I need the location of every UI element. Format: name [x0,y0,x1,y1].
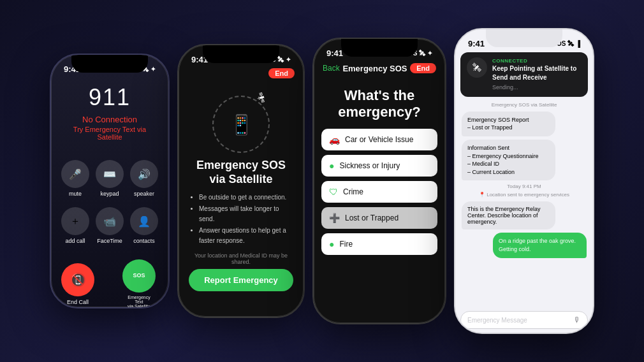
facetime-label: FaceTime [97,238,122,244]
chat-area: Emergency SOS via Satellite Emergency SO… [455,102,593,307]
sos-button-label: EmergencyTextvia Satellite [120,295,158,307]
satellite-footer: Your location and Medical ID may be shar… [189,252,293,265]
option-crime-label: Crime [343,187,363,196]
phone-chat: 9:41 SOS 🛰 ▐ 🛰 CONNECTED Keep Pointing a… [454,28,594,334]
connected-title: Keep Pointing at Satellite to Send and R… [492,64,582,82]
contacts-icon: 👤 [130,207,158,235]
satellite-dot-icon: 🛰 [467,57,487,78]
message-input-bar[interactable]: Emergency Message 🎙 [460,311,588,329]
keypad-button[interactable]: ⌨️ keypad [96,160,124,197]
satellite-screen: 📱 🛰 Emergency SOS via Satellite Be outsi… [179,81,304,298]
fire-icon: ● [329,239,334,249]
call-bottom-row: 📵 End Call SOS EmergencyTextvia Satellit… [51,250,168,307]
contacts-label: contacts [133,238,155,244]
report-emergency-button[interactable]: Report Emergency [189,269,293,291]
status-time-3: 9:41 [326,48,343,58]
option-fire-label: Fire [339,240,353,249]
facetime-icon: 📹 [96,207,124,235]
end-button-2[interactable]: End [268,68,295,78]
emergency-sos-button[interactable]: SOS EmergencyTextvia Satellite [120,259,158,307]
bubble-info-sent: Information Sent – Emergency Questionnai… [462,140,555,180]
option-sickness-label: Sickness or Injury [339,161,400,170]
notch [71,55,148,73]
call-number: 911 [61,84,158,111]
end-call-label: End Call [67,299,89,305]
time-label-1: Today 9:41 PM [462,184,587,189]
car-icon: 🚗 [329,134,340,145]
notch-4 [486,29,562,47]
option-sickness[interactable]: ● Sickness or Injury [321,155,437,177]
emergency-header-title: Emergency SOS [342,64,407,73]
location-sent-label: 📍 Location sent to emergency services [462,192,587,198]
call-controls-row2: ＋ add call 📹 FaceTime 👤 contacts [51,205,168,247]
keypad-label: keypad [100,191,119,197]
connected-banner: 🛰 CONNECTED Keep Pointing at Satellite t… [460,52,588,97]
bullet-2: Messages will take longer to send. [199,204,291,224]
message-input[interactable]: Emergency Message [467,317,569,324]
phone-satellite-intro: 9:41 SOS 🛰 ✦ End 📱 🛰 Emergency SOS via S… [177,44,305,318]
status-time-4: 9:41 [468,39,485,48]
keypad-icon: ⌨️ [96,160,124,188]
call-controls-row1: 🎤 mute ⌨️ keypad 🔊 speaker [51,152,168,205]
sending-text: Sending... [492,83,582,92]
contacts-button[interactable]: 👤 contacts [130,207,158,244]
sos-icon: SOS [122,259,156,293]
end-call-button[interactable]: 📵 End Call [61,263,94,305]
phone-call-screen: 9:41 SOS 🛰 ✦ 911 No Connection Try Emerg… [50,54,170,308]
satellite-illustration: 📱 🛰 [209,92,273,156]
phone-emergency-type: 9:41 SOS 🛰 ✦ Back Emergency SOS End What… [312,38,446,324]
bubble-sos-report: Emergency SOS Report – Lost or Trapped [462,112,555,136]
add-call-label: add call [65,238,85,244]
add-call-icon: ＋ [61,207,89,235]
end-button-3[interactable]: End [410,63,436,73]
speaker-icon: 🔊 [130,160,158,188]
add-call-button[interactable]: ＋ add call [61,207,89,244]
notch-3 [341,39,418,57]
option-crime[interactable]: 🛡 Crime [321,181,437,203]
emergency-question: What's the emergency? [314,77,445,129]
back-button[interactable]: Back [323,64,340,73]
mute-button[interactable]: 🎤 mute [61,160,89,197]
emergency-options-list: 🚗 Car or Vehicle Issue ● Sickness or Inj… [314,129,445,255]
sickness-icon: ● [329,161,334,171]
mute-label: mute [69,191,82,197]
mic-icon[interactable]: 🎙 [573,315,581,324]
relay-message: This is the Emergency Relay Center. Desc… [462,201,555,229]
chat-content: 🛰 CONNECTED Keep Pointing at Satellite t… [455,52,593,333]
option-lost[interactable]: ➕ Lost or Trapped [321,207,437,229]
bullet-3: Answer questions to help get a faster re… [199,226,291,246]
option-fire[interactable]: ● Fire [321,233,437,255]
facetime-button[interactable]: 📹 FaceTime [96,207,124,244]
bubble-user-response: On a ridge past the oak grove. Getting c… [493,233,587,257]
satellite-bullets: Be outside to get a connection. Messages… [189,192,293,246]
crime-icon: 🛡 [329,187,338,197]
lost-icon: ➕ [329,213,340,223]
bullet-1: Be outside to get a connection. [199,192,291,203]
speaker-label: speaker [134,191,154,197]
connected-label: CONNECTED [492,57,582,64]
option-car[interactable]: 🚗 Car or Vehicle Issue [321,129,437,150]
no-connection-text: No Connection [61,115,158,124]
satellite-title: Emergency SOS via Satellite [189,159,293,186]
speaker-button[interactable]: 🔊 speaker [130,160,158,197]
emergency-header: Back Emergency SOS End [314,62,445,77]
phone-satellite-icon: 📱 [230,113,253,136]
call-screen: 911 No Connection Try Emergency Text via… [51,78,168,147]
option-lost-label: Lost or Trapped [345,214,399,222]
connected-text: CONNECTED Keep Pointing at Satellite to … [492,57,582,92]
option-car-label: Car or Vehicle Issue [345,135,413,144]
end-call-icon: 📵 [61,263,94,296]
mute-icon: 🎤 [61,160,89,188]
chat-service-label: Emergency SOS via Satellite [462,102,587,108]
notch-2 [203,45,279,63]
try-satellite-text: Try Emergency Text via Satellite [61,126,158,141]
